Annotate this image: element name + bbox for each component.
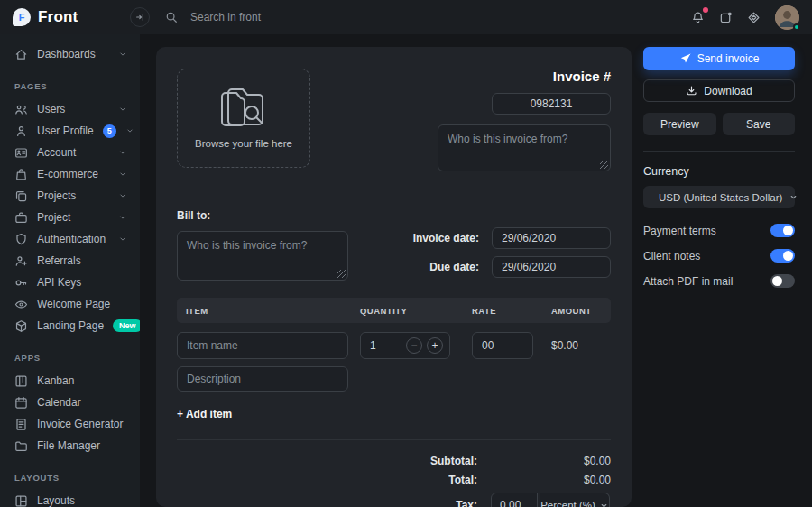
sidebar-item-user-profile[interactable]: User Profile5: [0, 120, 140, 142]
totals-divider: [177, 439, 611, 440]
bell-icon: [691, 11, 705, 24]
search-icon: [165, 11, 178, 23]
toggle-row-payment-terms: Payment terms: [643, 224, 795, 237]
sidebar-section-header-pages: PAGES: [0, 65, 140, 98]
preview-button[interactable]: Preview: [643, 113, 716, 135]
tax-label: Tax:: [177, 499, 477, 507]
sidebar-item-label: Account: [37, 146, 76, 159]
folder-search-icon: [216, 88, 272, 131]
item-name-input[interactable]: [177, 332, 348, 359]
sidebar-item-label: Dashboards: [37, 48, 96, 60]
chevron-down-icon: [118, 191, 127, 200]
due-date-input[interactable]: [492, 256, 611, 278]
layout-icon: [14, 494, 28, 507]
chevron-down-icon: [789, 193, 798, 201]
sidebar-item-label: Invoice Generator: [37, 418, 123, 430]
chevron-down-icon: [125, 126, 134, 135]
save-button[interactable]: Save: [723, 113, 796, 135]
main-content: Browse your file here Invoice # Bill to:: [140, 34, 812, 507]
item-row: 1 − + $0.00: [177, 332, 611, 359]
toggle-label: Client notes: [643, 250, 770, 263]
online-status-dot: [793, 23, 800, 31]
currency-select[interactable]: USD (United States Dollar): [643, 186, 795, 208]
folder-icon: [14, 439, 28, 453]
total-label: Total:: [177, 474, 477, 486]
receipt-icon: [14, 418, 28, 431]
sidebar-item-label: Referrals: [37, 254, 81, 267]
shield-icon: [14, 233, 28, 246]
tax-input[interactable]: [491, 493, 538, 507]
sidebar-item-calendar[interactable]: Calendar: [0, 392, 140, 413]
sidebar-item-projects[interactable]: Projects: [0, 185, 140, 207]
sidebar-item-label: Users: [37, 103, 65, 115]
sidebar-item-file-manager[interactable]: File Manager: [0, 435, 140, 456]
arrow-bar-icon: [134, 12, 145, 23]
tax-unit-value: Percent (%): [540, 500, 595, 507]
chevron-down-icon: [118, 235, 127, 244]
sidebar-item-e-commerce[interactable]: E-commerce: [0, 163, 140, 185]
bill-to-textarea[interactable]: [177, 231, 348, 281]
sidebar-item-invoice-generator[interactable]: Invoice Generator: [0, 413, 140, 435]
sidebar-item-authentication[interactable]: Authentication: [0, 228, 140, 250]
amount-value: $0.00: [551, 339, 611, 352]
quantity-value[interactable]: 1: [370, 339, 406, 352]
person-icon: [14, 124, 28, 138]
panel-divider: [643, 151, 795, 152]
sidebar-item-referrals[interactable]: Referrals: [0, 250, 140, 272]
sidebar-item-label: User Profile: [37, 124, 94, 137]
count-badge: 5: [103, 124, 116, 138]
eye-icon: [14, 298, 28, 311]
subtotal-label: Subtotal:: [177, 455, 477, 467]
toggle-knob: [772, 276, 782, 286]
sidebar-item-label: Project: [37, 211, 70, 224]
sidebar-item-api-keys[interactable]: API Keys: [0, 272, 140, 293]
global-search[interactable]: Search in front: [165, 11, 261, 23]
quantity-plus-button[interactable]: +: [427, 337, 443, 354]
total-value: $0.00: [477, 474, 611, 486]
add-item-button[interactable]: + Add item: [177, 408, 232, 420]
kanban-icon: [14, 374, 28, 388]
sidebar-item-layouts[interactable]: Layouts: [0, 490, 140, 507]
toggle-label: Payment terms: [643, 225, 770, 237]
brand[interactable]: F Front: [0, 8, 140, 26]
description-input[interactable]: [177, 366, 348, 392]
sidebar-item-project[interactable]: Project: [0, 207, 140, 228]
items-table-header: ITEMQUANTITYRATEAMOUNT: [177, 298, 611, 323]
toggle-label: Attach PDF in mail: [643, 275, 770, 288]
actions-panel: Send invoice Download Preview Save Curre…: [643, 47, 795, 507]
sidebar-item-users[interactable]: Users: [0, 98, 140, 120]
toggle-knob: [783, 226, 793, 235]
quantity-minus-button[interactable]: −: [406, 337, 422, 354]
sidebar-item-label: File Manager: [37, 439, 100, 452]
sidebar-collapse-button[interactable]: [130, 7, 150, 27]
sidebar-item-label: Landing Page: [37, 319, 104, 332]
sidebar-item-welcome-page[interactable]: Welcome Page: [0, 293, 140, 315]
invoice-date-input[interactable]: [492, 227, 611, 249]
file-dropzone[interactable]: Browse your file here: [177, 69, 310, 168]
key-icon: [14, 276, 28, 290]
invoice-card: Browse your file here Invoice # Bill to:: [156, 47, 632, 507]
notifications-button[interactable]: [691, 11, 705, 24]
sidebar-item-kanban[interactable]: Kanban: [0, 370, 140, 392]
toggle-switch-payment-terms[interactable]: [770, 224, 795, 237]
sidebar-item-label: Calendar: [37, 396, 81, 409]
bag-icon: [14, 168, 28, 181]
subtotal-value: $0.00: [477, 455, 611, 467]
apps-button[interactable]: [747, 11, 761, 24]
toggle-switch-attach-pdf-in-mail[interactable]: [770, 274, 795, 288]
sidebar-item-label: Welcome Page: [37, 298, 110, 310]
search-placeholder: Search in front: [190, 11, 261, 23]
invoice-from-textarea[interactable]: [438, 124, 611, 171]
tax-unit-select[interactable]: Percent (%): [540, 493, 610, 507]
send-invoice-button[interactable]: Send invoice: [643, 47, 795, 70]
download-button[interactable]: Download: [643, 79, 795, 102]
user-avatar[interactable]: [775, 5, 799, 30]
sidebar-item-landing-page[interactable]: Landing PageNew: [0, 315, 140, 336]
sidebar-item-account[interactable]: Account: [0, 142, 140, 163]
shortcuts-button[interactable]: [719, 11, 733, 24]
invoice-number-input[interactable]: [492, 93, 611, 115]
toggle-switch-client-notes[interactable]: [770, 249, 795, 263]
sidebar-item-dashboards[interactable]: Dashboards: [0, 43, 140, 65]
person-plus-icon: [14, 254, 28, 268]
rate-input[interactable]: [472, 332, 533, 359]
